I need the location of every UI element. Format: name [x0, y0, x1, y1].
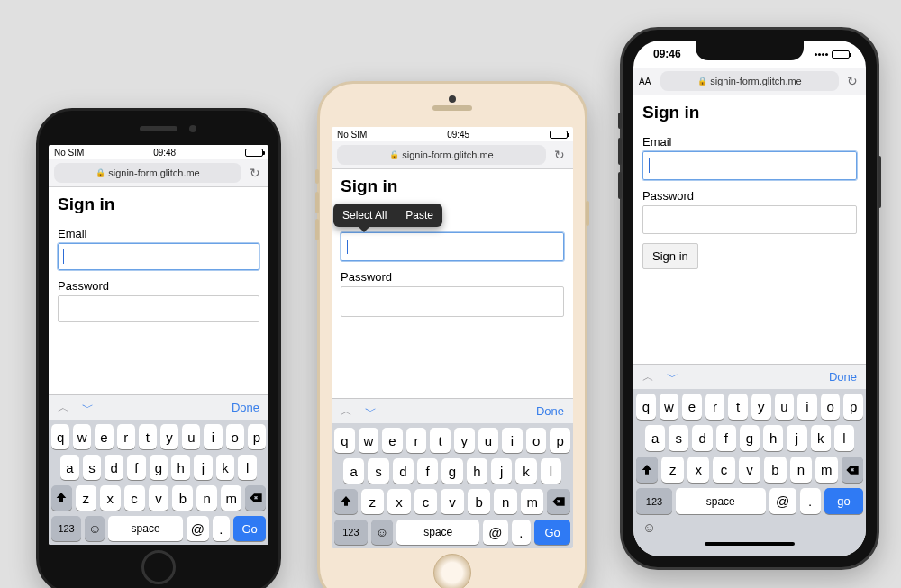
key-a[interactable]: a	[343, 458, 364, 484]
keyboard-done-button[interactable]: Done	[829, 370, 857, 384]
password-field[interactable]	[58, 295, 259, 322]
key-b[interactable]: b	[172, 485, 193, 511]
numeric-key[interactable]: 123	[334, 520, 368, 545]
key-s[interactable]: s	[368, 458, 388, 484]
keyboard-done-button[interactable]: Done	[232, 401, 259, 414]
key-g[interactable]: g	[740, 425, 760, 451]
prev-field-arrow-icon[interactable]: ︿	[58, 400, 69, 416]
url-box[interactable]: 🔒 signin-form.glitch.me	[337, 145, 546, 165]
key-l[interactable]: l	[541, 458, 561, 484]
key-c[interactable]: c	[414, 489, 438, 514]
next-field-arrow-icon[interactable]: ﹀	[365, 403, 377, 420]
key-s[interactable]: s	[83, 455, 102, 480]
refresh-icon[interactable]: ↻	[247, 166, 263, 180]
key-p[interactable]: p	[843, 394, 863, 420]
key-c[interactable]: c	[713, 457, 734, 483]
key-g[interactable]: g	[441, 458, 462, 484]
go-key[interactable]: go	[824, 488, 863, 514]
side-button[interactable]	[878, 156, 881, 208]
key-t[interactable]: t	[430, 428, 450, 453]
key-i[interactable]: i	[797, 394, 817, 420]
refresh-icon[interactable]: ↻	[551, 148, 568, 162]
dot-key[interactable]: .	[213, 516, 230, 541]
key-m[interactable]: m	[221, 485, 241, 511]
key-j[interactable]: j	[491, 458, 512, 484]
popover-select-all[interactable]: Select All	[333, 204, 396, 227]
key-m[interactable]: m	[815, 457, 837, 483]
emoji-key[interactable]: ☺	[642, 520, 656, 535]
key-k[interactable]: k	[515, 458, 536, 484]
backspace-key[interactable]	[547, 489, 570, 514]
key-i[interactable]: i	[502, 428, 523, 453]
at-key[interactable]: @	[483, 520, 508, 545]
key-w[interactable]: w	[73, 424, 91, 449]
volume-up-button[interactable]	[315, 192, 319, 213]
key-z[interactable]: z	[661, 457, 683, 483]
key-g[interactable]: g	[150, 455, 168, 480]
key-j[interactable]: j	[194, 455, 213, 480]
url-box[interactable]: 🔒 signin-form.glitch.me	[660, 71, 839, 91]
volume-down-button[interactable]	[315, 219, 319, 240]
key-a[interactable]: a	[60, 455, 79, 480]
key-k[interactable]: k	[216, 455, 235, 480]
volume-down-button[interactable]	[618, 172, 622, 199]
key-x[interactable]: x	[100, 485, 121, 511]
backspace-key[interactable]	[245, 485, 266, 511]
key-h[interactable]: h	[763, 425, 783, 451]
key-b[interactable]: b	[764, 457, 786, 483]
dot-key[interactable]: .	[800, 488, 821, 514]
key-z[interactable]: z	[76, 485, 96, 511]
key-e[interactable]: e	[682, 394, 702, 420]
numeric-key[interactable]: 123	[51, 516, 81, 541]
prev-field-arrow-icon[interactable]: ︿	[341, 403, 352, 420]
key-n[interactable]: n	[790, 457, 812, 483]
home-button[interactable]	[141, 550, 176, 584]
volume-up-button[interactable]	[618, 138, 622, 165]
key-q[interactable]: q	[334, 428, 355, 453]
key-l[interactable]: l	[834, 425, 854, 451]
key-x[interactable]: x	[687, 457, 709, 483]
key-h[interactable]: h	[171, 455, 190, 480]
keyboard-done-button[interactable]: Done	[536, 404, 564, 418]
home-button[interactable]	[433, 554, 471, 588]
key-f[interactable]: f	[127, 455, 146, 480]
emoji-key[interactable]: ☺	[85, 516, 105, 541]
numeric-key[interactable]: 123	[636, 488, 672, 514]
key-d[interactable]: d	[692, 425, 712, 451]
key-u[interactable]: u	[182, 424, 200, 449]
go-key[interactable]: Go	[534, 520, 570, 545]
key-r[interactable]: r	[705, 394, 725, 420]
password-field[interactable]	[341, 286, 564, 317]
next-field-arrow-icon[interactable]: ﹀	[667, 369, 678, 385]
key-d[interactable]: d	[105, 455, 123, 480]
key-v[interactable]: v	[149, 485, 169, 511]
key-x[interactable]: x	[387, 489, 411, 514]
side-button[interactable]	[586, 201, 589, 226]
key-h[interactable]: h	[467, 458, 487, 484]
key-u[interactable]: u	[775, 394, 795, 420]
email-field[interactable]	[58, 243, 259, 270]
key-o[interactable]: o	[821, 394, 841, 420]
key-l[interactable]: l	[238, 455, 257, 480]
key-k[interactable]: k	[811, 425, 831, 451]
key-o[interactable]: o	[226, 424, 244, 449]
key-e[interactable]: e	[95, 424, 113, 449]
at-key[interactable]: @	[769, 488, 796, 514]
popover-paste[interactable]: Paste	[396, 204, 442, 227]
go-key[interactable]: Go	[233, 516, 266, 541]
key-p[interactable]: p	[550, 428, 570, 453]
text-size-button[interactable]: AA	[639, 77, 655, 86]
key-o[interactable]: o	[526, 428, 547, 453]
key-z[interactable]: z	[361, 489, 385, 514]
key-r[interactable]: r	[406, 428, 427, 453]
at-key[interactable]: @	[187, 516, 209, 541]
mute-switch[interactable]	[315, 169, 319, 184]
shift-key[interactable]	[334, 489, 358, 514]
key-c[interactable]: c	[124, 485, 145, 511]
key-n[interactable]: n	[196, 485, 217, 511]
key-t[interactable]: t	[728, 394, 748, 420]
next-field-arrow-icon[interactable]: ﹀	[82, 400, 94, 416]
signin-button[interactable]: Sign in	[642, 243, 698, 269]
key-q[interactable]: q	[51, 424, 69, 449]
key-j[interactable]: j	[787, 425, 806, 451]
